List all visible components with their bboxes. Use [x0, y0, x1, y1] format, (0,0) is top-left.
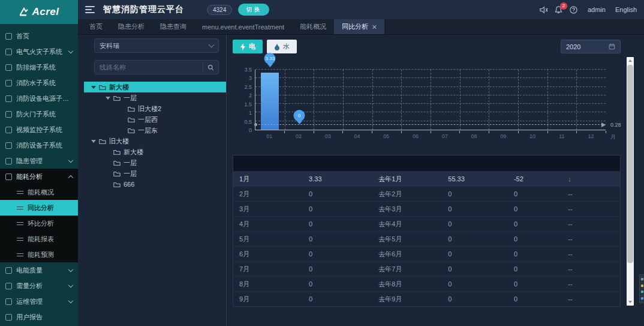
project-select[interactable]: 安科瑞 [94, 38, 219, 53]
scroll-down-button[interactable] [627, 298, 634, 306]
page-title: 智慧消防管理云平台 [103, 4, 184, 15]
tree-node[interactable]: 一层 [84, 168, 226, 179]
table-row[interactable]: 5月 0 去年5月 0 0 -- [233, 231, 620, 246]
sidebar-item[interactable]: 防火门子系统 [0, 106, 78, 122]
sidebar-item[interactable]: 同比分析 [0, 200, 78, 216]
cell-compare-date: 去年8月 [372, 280, 442, 289]
cell-compare-consumption: 0 [442, 190, 508, 198]
sidebar-item[interactable]: 运维管理 [0, 294, 78, 309]
sidebar-item-label: 环比分析 [28, 219, 54, 228]
sidebar-item[interactable]: 消防设备电源子系统 [0, 91, 78, 106]
tree-node-label: 旧大楼 [109, 137, 129, 146]
sidebar-item[interactable]: 隐患管理 [0, 153, 78, 169]
floating-widget[interactable] [639, 274, 644, 303]
sidebar-item[interactable]: 防排烟子系统 [0, 59, 78, 75]
mom-analysis-icon [17, 222, 23, 225]
open-tabs-bar: 首页 隐患分析 隐患查询 menu.event.eventTreatment 能… [78, 19, 644, 35]
table-header-row [233, 155, 620, 171]
electric-toggle-button[interactable]: 电 [233, 40, 263, 53]
vertical-scrollbar[interactable] [627, 57, 634, 306]
table-row[interactable]: 8月 0 去年8月 0 0 -- [233, 276, 620, 291]
sidebar-item[interactable]: 需量分析 [0, 278, 78, 294]
tree-caret-icon[interactable] [91, 140, 96, 143]
y-tick-label: 0.5 [244, 119, 252, 125]
sidebar-item[interactable]: 能耗概况 [0, 184, 78, 200]
bar[interactable] [261, 73, 279, 130]
year-picker[interactable]: 2020 [561, 40, 621, 53]
collapse-menu-icon[interactable] [85, 6, 95, 13]
tree-node[interactable]: 旧大楼2 [84, 103, 226, 114]
table-row[interactable]: 3月 0 去年3月 0 0 -- [233, 201, 620, 216]
cell-current-consumption: 0 [303, 250, 372, 258]
tree-node[interactable]: 旧大楼 [84, 136, 226, 146]
cell-compare-date: 去年5月 [372, 235, 442, 244]
yoy-analysis-icon [17, 207, 23, 210]
sidebar-item[interactable]: 用户报告 [0, 309, 78, 325]
language-switch[interactable]: English [615, 6, 637, 13]
notification-bell-icon[interactable]: 2 [554, 5, 563, 14]
x-tick-label: 10 [529, 133, 535, 139]
cell-current-consumption: 0 [303, 220, 372, 228]
cell-period: 7月 [233, 265, 303, 274]
table-row[interactable]: 7月 0 去年7月 0 0 -- [233, 261, 620, 276]
search-button[interactable] [203, 61, 218, 74]
table-row[interactable]: 4月 0 去年4月 0 0 -- [233, 216, 620, 231]
mute-icon[interactable] [539, 5, 548, 14]
scroll-up-button[interactable] [627, 57, 634, 64]
markpoint-min: 0 [294, 110, 305, 121]
tree-node-label: 666 [124, 181, 134, 188]
sidebar-item-label: 运维管理 [16, 297, 43, 306]
table-row[interactable]: 2月 0 去年2月 0 0 -- [233, 186, 620, 201]
energy-forecast-icon [17, 253, 23, 256]
tab[interactable]: 隐患查询 [152, 19, 194, 34]
user-report-icon [5, 314, 12, 321]
sidebar-item-label: 能耗概况 [28, 188, 54, 197]
sidebar-item[interactable]: 能耗报表 [0, 231, 78, 247]
tree-node[interactable]: 666 [84, 179, 226, 190]
tab[interactable]: menu.event.eventTreatment [194, 19, 292, 34]
tab-close-icon[interactable] [372, 25, 377, 29]
sidebar-item-label: 消防水子系统 [16, 79, 56, 88]
water-toggle-label: 水 [283, 42, 290, 51]
table-row[interactable]: 6月 0 去年6月 0 0 -- [233, 246, 620, 261]
tab-label: 隐患查询 [160, 22, 186, 31]
tab[interactable]: 同比分析 [334, 19, 384, 34]
table-row[interactable]: 9月 0 去年9月 0 0 -- [233, 291, 620, 306]
sidebar-item[interactable]: 消防设备子系统 [0, 137, 78, 153]
sidebar-item[interactable]: 首页 [0, 28, 78, 44]
chevron-down-icon [209, 42, 215, 48]
sidebar-item[interactable]: 能耗预测 [0, 247, 78, 262]
line-search-input[interactable] [100, 64, 213, 71]
sidebar-item[interactable]: 电能质量 [0, 262, 78, 278]
tab[interactable]: 隐患分析 [110, 19, 152, 34]
water-drop-icon [274, 43, 280, 50]
y-tick-label: 2 [249, 92, 252, 98]
cell-current-consumption: 0 [303, 235, 372, 243]
switch-button[interactable]: 切换 [238, 4, 269, 16]
tree-caret-icon[interactable] [106, 97, 110, 100]
table-row[interactable]: 1月 3.33 去年1月 55.33 -52 ↓ [233, 171, 620, 186]
chevron-icon [68, 282, 73, 287]
tree-node-label: 新大楼 [109, 83, 129, 92]
sidebar-item[interactable]: 能耗分析 [0, 169, 78, 184]
tab[interactable]: 能耗概况 [292, 19, 334, 34]
tree-node[interactable]: 一层 [84, 157, 226, 168]
tab[interactable]: 首页 [82, 19, 110, 34]
cell-compare-date: 去年6月 [372, 250, 442, 259]
tree-caret-icon[interactable] [91, 86, 96, 89]
help-icon[interactable] [569, 5, 578, 14]
tree-node[interactable]: 一层东 [84, 125, 226, 136]
water-toggle-button[interactable]: 水 [267, 40, 297, 53]
sidebar-item[interactable]: 环比分析 [0, 216, 78, 231]
scrollbar-thumb[interactable] [627, 65, 633, 263]
sidebar-item[interactable]: 视频监控子系统 [0, 122, 78, 137]
tree-node[interactable]: 一层 [84, 92, 226, 103]
cell-period: 1月 [233, 175, 303, 184]
sidebar-item[interactable]: 电气火灾子系统 [0, 44, 78, 59]
username[interactable]: admin [588, 6, 606, 13]
tree-node[interactable]: 一层西 [84, 114, 226, 125]
x-tick-label: 12 [588, 133, 594, 139]
tree-node[interactable]: 新大楼 [84, 146, 226, 157]
sidebar-item[interactable]: 消防水子系统 [0, 75, 78, 91]
tree-node[interactable]: 新大楼 [84, 82, 226, 92]
